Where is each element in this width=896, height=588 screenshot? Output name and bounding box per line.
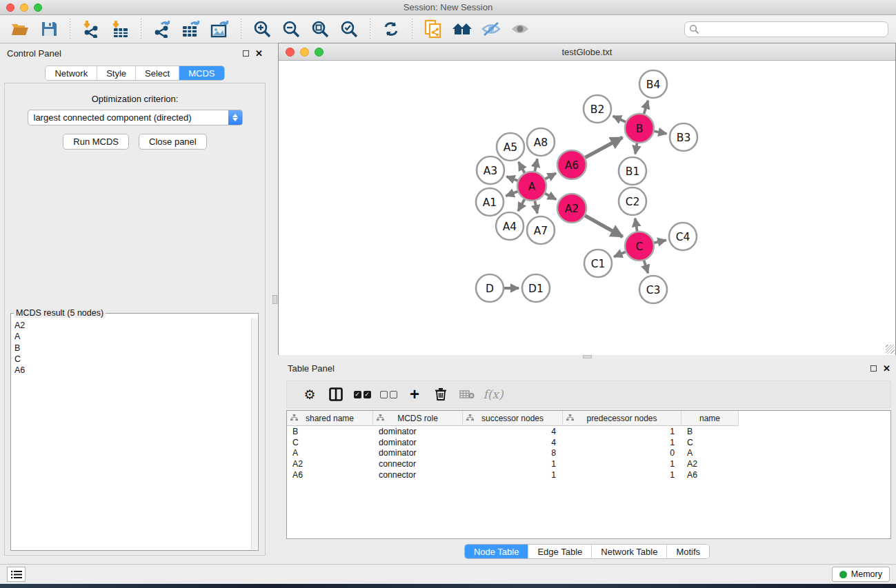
table-panel-title: Table Panel	[288, 363, 335, 374]
node-label-B3: B3	[677, 132, 691, 144]
result-scrollbar[interactable]	[251, 318, 257, 549]
table-row[interactable]: Adominator80A	[287, 448, 890, 459]
task-history-button[interactable]	[7, 567, 26, 582]
add-column-icon[interactable]: +	[401, 384, 428, 405]
show-graphics-details-icon[interactable]	[508, 17, 532, 41]
table-cell[interactable]: connector	[373, 458, 463, 469]
tab-node-table[interactable]: Node Table	[465, 545, 529, 558]
deselect-all-checkboxes-icon[interactable]	[375, 384, 401, 405]
node-label-A3: A3	[484, 165, 497, 177]
close-panel-icon[interactable]: ✕	[255, 50, 263, 57]
table-row[interactable]: A6connector11A6	[287, 469, 890, 480]
table-cell[interactable]: A	[287, 448, 373, 459]
column-header-predecessor-nodes[interactable]: predecessor nodes	[563, 411, 681, 426]
toolbar-separator	[412, 19, 412, 39]
control-panel-title: Control Panel	[7, 48, 61, 59]
table-cell[interactable]: 1	[463, 469, 563, 480]
table-cell[interactable]: C	[287, 437, 373, 448]
table-row[interactable]: Cdominator41C	[287, 437, 890, 448]
table-cell[interactable]: 1	[563, 437, 681, 448]
float-table-panel-icon[interactable]	[870, 365, 877, 372]
run-mcds-button[interactable]: Run MCDS	[63, 134, 129, 150]
column-header-successor-nodes[interactable]: successor nodes	[463, 411, 563, 426]
tab-motifs[interactable]: Motifs	[667, 545, 709, 558]
result-item[interactable]: A6	[14, 365, 257, 376]
table-cell[interactable]: 8	[463, 448, 563, 459]
apply-layout-icon[interactable]	[379, 17, 404, 41]
table-options-icon[interactable]: ⚙	[297, 384, 323, 405]
zoom-fit-icon[interactable]	[308, 17, 332, 41]
result-item[interactable]: A2	[14, 320, 257, 331]
function-builder-icon[interactable]: f(x)	[480, 384, 506, 405]
table-cell[interactable]: 1	[563, 426, 681, 437]
table-cell[interactable]: 0	[563, 448, 681, 459]
select-all-checkboxes-icon[interactable]: ✓✓	[349, 384, 375, 405]
table-row[interactable]: Bdominator41B	[287, 426, 890, 437]
table-cell[interactable]: A2	[681, 458, 739, 469]
memory-button[interactable]: Memory	[832, 567, 890, 582]
table-cell[interactable]: A2	[287, 458, 373, 469]
tab-mcds[interactable]: MCDS	[179, 66, 223, 80]
network-canvas[interactable]: B4B2BB3A8A5A6A3B1AA1C2A2A4A7C4CC1C3DD1	[279, 61, 895, 355]
table-cell[interactable]: dominator	[373, 448, 463, 459]
close-panel-button[interactable]: Close panel	[139, 134, 207, 150]
column-header-MCDS-role[interactable]: MCDS role	[373, 411, 463, 426]
new-network-icon[interactable]	[421, 17, 446, 41]
table-cell[interactable]: C	[681, 437, 739, 448]
mcds-result-title: MCDS result (5 nodes)	[14, 308, 106, 318]
export-table-icon[interactable]	[179, 17, 203, 41]
node-label-A4: A4	[503, 221, 517, 233]
mcds-result-list[interactable]: A2ABCA6	[12, 318, 257, 549]
table-row[interactable]: A2connector11A2	[287, 458, 890, 469]
table-cell[interactable]: B	[681, 426, 739, 437]
table-cell[interactable]: A	[681, 448, 739, 459]
table-cell[interactable]: A6	[681, 469, 739, 480]
export-image-icon[interactable]	[208, 17, 232, 41]
home-view-icon[interactable]	[450, 17, 475, 41]
save-session-icon[interactable]	[37, 17, 61, 41]
column-header-name[interactable]: name	[681, 411, 739, 426]
column-header-shared-name[interactable]: shared name	[287, 411, 373, 426]
zoom-in-icon[interactable]	[250, 17, 275, 41]
close-table-panel-icon[interactable]: ✕	[883, 365, 890, 372]
import-table-icon[interactable]	[108, 17, 132, 41]
node-label-B2: B2	[590, 103, 605, 116]
float-panel-icon[interactable]	[243, 50, 249, 57]
node-label-C3: C3	[646, 284, 661, 296]
criterion-select-value: largest connected component (directed)	[28, 112, 228, 123]
table-cell[interactable]: 1	[563, 458, 681, 469]
table-cell[interactable]: connector	[373, 469, 463, 480]
delete-column-icon[interactable]	[428, 384, 454, 405]
tab-network[interactable]: Network	[46, 66, 97, 80]
column-header-label: shared name	[306, 414, 354, 423]
hide-graphics-details-icon[interactable]	[479, 17, 504, 41]
show-columns-icon[interactable]	[323, 384, 349, 405]
table-cell[interactable]: 4	[463, 426, 563, 437]
result-item[interactable]: C	[14, 354, 257, 365]
tab-select[interactable]: Select	[136, 66, 179, 80]
delete-table-icon[interactable]	[454, 384, 480, 405]
column-header-label: predecessor nodes	[586, 414, 657, 423]
result-item[interactable]: A	[14, 331, 257, 342]
node-table[interactable]: shared nameMCDS rolesuccessor nodesprede…	[286, 410, 891, 539]
table-cell[interactable]: 1	[563, 469, 681, 480]
tab-network-table[interactable]: Network Table	[592, 545, 667, 558]
table-cell[interactable]: dominator	[373, 437, 463, 448]
table-cell[interactable]: 1	[463, 458, 563, 469]
import-network-icon[interactable]	[79, 17, 103, 41]
zoom-out-icon[interactable]	[279, 17, 303, 41]
open-session-icon[interactable]	[8, 17, 32, 41]
tab-style[interactable]: Style	[97, 66, 136, 80]
result-item[interactable]: B	[14, 343, 257, 354]
table-cell[interactable]: dominator	[373, 426, 463, 437]
table-cell[interactable]: A6	[287, 469, 373, 480]
table-cell[interactable]: B	[287, 426, 373, 437]
search-input[interactable]	[684, 21, 888, 37]
export-network-icon[interactable]	[150, 17, 175, 41]
criterion-select[interactable]: largest connected component (directed)	[28, 110, 243, 125]
tab-edge-table[interactable]: Edge Table	[528, 545, 592, 558]
table-cell[interactable]: 4	[463, 437, 563, 448]
split-divider-handle[interactable]	[272, 295, 277, 304]
resize-grip-icon[interactable]	[886, 345, 895, 354]
zoom-selected-icon[interactable]	[337, 17, 361, 41]
